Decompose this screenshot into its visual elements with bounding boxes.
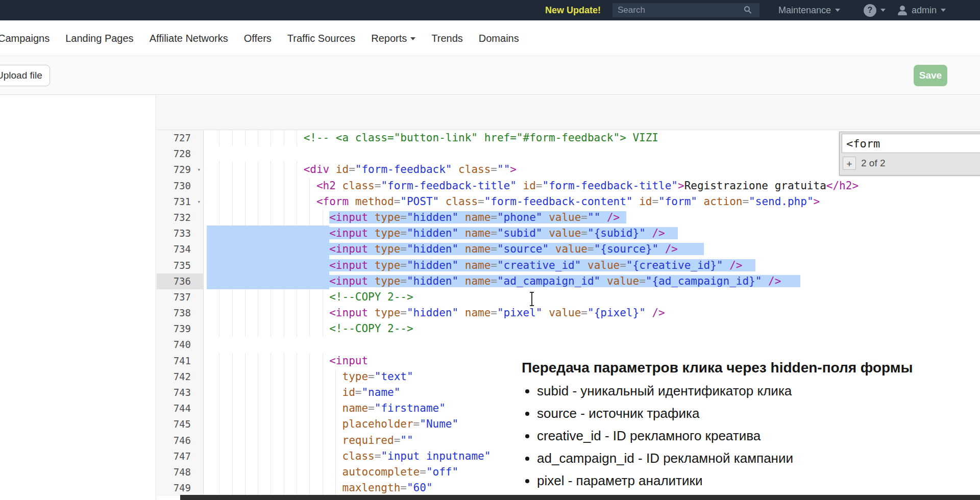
code-line[interactable]: 736<input type="hidden" name="ad_campaig… — [157, 273, 980, 289]
user-menu[interactable]: admin — [897, 0, 946, 20]
nav-item-label: Offers — [244, 33, 272, 44]
action-bar: Upload file Save — [0, 57, 980, 95]
app-window: New Update! Maintenance ? admin Campaign… — [0, 0, 980, 500]
nav-item-offers[interactable]: Offers — [244, 33, 272, 44]
editor-toolbar — [157, 95, 980, 130]
code-line[interactable]: 737<!--COPY 2--> — [157, 289, 980, 305]
code-text[interactable]: <h2 class="form-feedback-title" id="form… — [204, 178, 980, 194]
fold-icon[interactable]: ▾ — [197, 194, 201, 210]
code-line[interactable]: 739<!--COPY 2--> — [157, 321, 980, 337]
nav-item-label: Reports — [371, 33, 407, 44]
nav-item-label: Affiliate Networks — [150, 33, 228, 44]
line-number: 739 — [157, 321, 204, 337]
horizontal-scrollbar[interactable] — [180, 495, 980, 500]
line-number: 729▾ — [157, 162, 204, 178]
find-match-count: 2 of 2 — [861, 158, 886, 169]
code-text[interactable]: <input type="hidden" name="creative_id" … — [204, 258, 980, 273]
nav-item-affiliate-networks[interactable]: Affiliate Networks — [150, 33, 228, 44]
code-text[interactable]: <form method="POST" class="form-feedback… — [204, 194, 980, 210]
line-number: 732 — [157, 210, 204, 226]
line-number: 747 — [157, 448, 204, 464]
user-icon — [897, 6, 908, 15]
code-line[interactable]: 735<input type="hidden" name="creative_i… — [157, 258, 980, 273]
upload-file-button[interactable]: Upload file — [0, 65, 50, 86]
code-line[interactable]: 738<input type="hidden" name="pixel" val… — [157, 305, 980, 321]
code-text[interactable]: <!--COPY 2--> — [204, 289, 980, 305]
nav-item-landing-pages[interactable]: Landing Pages — [65, 33, 133, 44]
annotation-bullet: ad_campaign_id - ID рекламной кампании — [537, 451, 976, 466]
code-text[interactable] — [204, 337, 980, 353]
maintenance-menu[interactable]: Maintenance — [778, 0, 840, 20]
annotation-bullet: subid - уникальный идентификатор клика — [537, 383, 976, 399]
line-number: 738 — [157, 305, 204, 321]
line-number: 731▾ — [157, 194, 204, 210]
code-line[interactable]: 740 — [157, 337, 980, 353]
nav-item-reports[interactable]: Reports — [371, 33, 415, 44]
fold-icon[interactable]: ▾ — [197, 162, 201, 178]
line-number: 727 — [157, 130, 204, 146]
nav-item-domains[interactable]: Domains — [479, 33, 519, 44]
maintenance-label: Maintenance — [778, 5, 831, 16]
code-text[interactable]: <input type="hidden" name="ad_campaign_i… — [204, 273, 980, 289]
nav-item-label: Domains — [479, 33, 519, 44]
chevron-down-icon — [835, 9, 840, 12]
line-number: 745 — [157, 416, 204, 432]
top-bar: New Update! Maintenance ? admin — [0, 0, 980, 20]
main-nav: CampaignsLanding PagesAffiliate Networks… — [0, 20, 980, 56]
line-number: 742 — [157, 369, 204, 385]
new-update-link[interactable]: New Update! — [545, 0, 601, 20]
code-line[interactable]: 734<input type="hidden" name="source" va… — [157, 241, 980, 257]
line-number: 730 — [157, 178, 204, 194]
nav-item-label: Campaigns — [0, 33, 50, 44]
code-text[interactable]: <input type="hidden" name="subid" value=… — [204, 226, 980, 241]
line-number: 748 — [157, 464, 204, 480]
nav-item-trends[interactable]: Trends — [431, 33, 463, 44]
chevron-down-icon — [880, 9, 886, 12]
line-number: 746 — [157, 433, 204, 448]
line-number: 744 — [157, 401, 204, 416]
line-number: 735 — [157, 258, 204, 273]
code-line[interactable]: 732<input type="hidden" name="phone" val… — [157, 210, 980, 226]
nav-item-traffic-sources[interactable]: Traffic Sources — [287, 33, 355, 44]
find-add-button[interactable]: + — [843, 157, 856, 170]
find-query-input[interactable] — [842, 134, 980, 153]
code-text[interactable]: <!--COPY 2--> — [204, 321, 980, 337]
line-number: 749 — [157, 480, 204, 496]
code-line[interactable]: 733<input type="hidden" name="subid" val… — [157, 226, 980, 241]
nav-item-label: Landing Pages — [65, 33, 133, 44]
nav-item-label: Trends — [431, 33, 463, 44]
line-number: 737 — [157, 289, 204, 305]
annotation-note: Передача параметров клика через hidden-п… — [522, 360, 976, 495]
line-number: 741 — [157, 353, 204, 369]
annotation-bullet: pixel - параметр аналитики — [537, 473, 976, 489]
nav-items: CampaignsLanding PagesAffiliate Networks… — [0, 32, 519, 44]
user-label: admin — [912, 5, 937, 16]
annotation-bullet: creative_id - ID рекламного креатива — [537, 428, 976, 444]
line-number: 734 — [157, 241, 204, 257]
code-text[interactable]: <input type="hidden" name="source" value… — [204, 241, 980, 257]
help-icon: ? — [864, 4, 876, 17]
code-text[interactable]: <input type="hidden" name="phone" value=… — [204, 210, 980, 226]
help-menu[interactable]: ? — [864, 0, 886, 20]
line-number: 740 — [157, 337, 204, 353]
line-number: 733 — [157, 226, 204, 241]
find-row-query: < > All × — [840, 132, 980, 155]
nav-item-label: Traffic Sources — [287, 33, 355, 44]
code-text[interactable]: <input type="hidden" name="pixel" value=… — [204, 305, 980, 321]
line-number: 736 — [157, 273, 204, 289]
search-icon[interactable] — [744, 6, 750, 12]
chevron-down-icon — [941, 9, 946, 12]
code-line[interactable]: 731▾<form method="POST" class="form-feed… — [157, 194, 980, 210]
find-row-options: + 2 of 2 .*Aa\bS — [840, 155, 980, 175]
left-panel — [0, 95, 156, 500]
find-dialog: < > All × + 2 of 2 .*Aa\bS — [839, 132, 980, 176]
annotation-bullets: subid - уникальный идентификатор кликаso… — [537, 383, 976, 489]
save-button[interactable]: Save — [914, 65, 947, 86]
nav-item-campaigns[interactable]: Campaigns — [0, 33, 50, 44]
code-line[interactable]: 730<h2 class="form-feedback-title" id="f… — [157, 178, 980, 194]
annotation-bullet: source - источник трафика — [537, 406, 976, 421]
line-number: 728 — [157, 146, 204, 162]
annotation-title: Передача параметров клика через hidden-п… — [522, 360, 976, 376]
chevron-down-icon — [410, 37, 415, 40]
global-search-input[interactable] — [612, 3, 760, 17]
